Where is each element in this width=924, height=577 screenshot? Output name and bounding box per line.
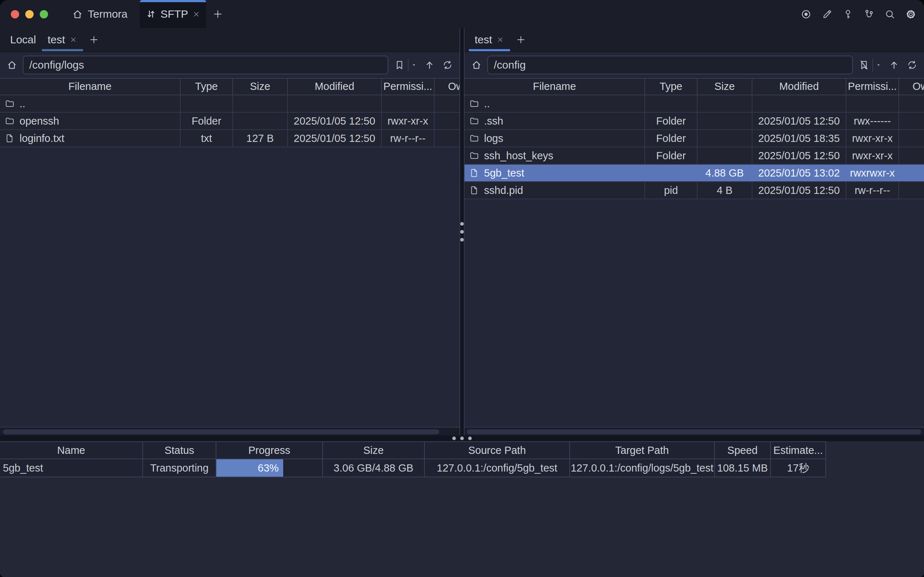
close-tab-button[interactable]: [69, 36, 77, 44]
bookmark-button[interactable]: [394, 59, 405, 71]
column-header-filename[interactable]: Filename: [0, 79, 181, 95]
remote-pane: testFilenameTypeSizeModifiedPermissi...O…: [464, 28, 924, 435]
bookmark-button[interactable]: [858, 59, 870, 71]
horizontal-scrollbar-thumb[interactable]: [467, 429, 921, 434]
horizontal-scrollbar-track[interactable]: [464, 427, 924, 435]
column-header-filename[interactable]: Filename: [464, 79, 645, 95]
horizontal-scrollbar-track[interactable]: [0, 427, 460, 435]
column-header-ow[interactable]: Ow: [435, 79, 460, 95]
column-header-ow[interactable]: Ow: [899, 79, 924, 95]
file-row[interactable]: loginfo.txttxt127 B2025/01/05 12:50rw-r-…: [0, 130, 460, 147]
column-header-size[interactable]: Size: [233, 79, 288, 95]
close-window-button[interactable]: [11, 10, 19, 18]
tab-sftp[interactable]: SFTP: [140, 0, 206, 28]
minimize-window-button[interactable]: [25, 10, 34, 18]
vertical-splitter[interactable]: [460, 28, 464, 435]
transfer-estimate-cell: 17秒: [771, 459, 826, 477]
file-name: loginfo.txt: [19, 130, 64, 147]
file-modified-cell: 2025/01/05 12:50: [288, 130, 382, 147]
folder-icon: [469, 151, 479, 161]
transfer-column-header-status[interactable]: Status: [143, 442, 216, 459]
transfer-column-header-estimate[interactable]: Estimate...: [771, 442, 826, 459]
file-row[interactable]: ..: [0, 95, 460, 113]
home-icon: [72, 9, 83, 20]
home-icon[interactable]: [6, 60, 17, 71]
progress-label: 63%: [258, 459, 279, 477]
transfer-column-header-size[interactable]: Size: [323, 442, 425, 459]
settings-button[interactable]: [905, 8, 917, 20]
keychain-icon: [863, 9, 874, 20]
column-header-modified[interactable]: Modified: [752, 79, 847, 95]
refresh-button[interactable]: [442, 60, 453, 71]
file-modified-cell: [288, 95, 382, 112]
horizontal-splitter[interactable]: [0, 435, 924, 441]
pane-tab-test[interactable]: test: [469, 28, 510, 51]
bookmark-dropdown-button[interactable]: [411, 62, 417, 68]
file-permissions-cell: rwxr-xr-x: [847, 147, 899, 164]
column-header-permissi[interactable]: Permissi...: [847, 79, 899, 95]
refresh-button[interactable]: [907, 60, 918, 71]
column-header-type[interactable]: Type: [181, 79, 233, 95]
path-input[interactable]: [487, 56, 853, 74]
record-button[interactable]: [800, 8, 812, 20]
path-input[interactable]: [23, 56, 388, 74]
zoom-window-button[interactable]: [40, 10, 48, 18]
sftp-workspace: LocaltestFilenameTypeSizeModifiedPermiss…: [0, 28, 924, 435]
search-button[interactable]: [884, 8, 896, 20]
pane-tab-test[interactable]: test: [42, 28, 83, 51]
transfer-target-cell: 127.0.0.1:/config/logs/5gb_test: [570, 459, 715, 477]
search-icon: [884, 9, 895, 20]
transfer-column-header-targetpath[interactable]: Target Path: [570, 442, 715, 459]
file-size-cell: [233, 95, 288, 112]
parent-directory-button[interactable]: [424, 60, 435, 71]
file-row[interactable]: .sshFolder2025/01/05 12:50rwx------: [464, 113, 924, 130]
bookmark-dropdown-button[interactable]: [876, 62, 881, 68]
parent-directory-button[interactable]: [889, 60, 900, 71]
tab-termora-home[interactable]: Termora: [68, 0, 131, 28]
file-type-cell: Folder: [181, 113, 233, 129]
file-row[interactable]: sshd.pidpid4 B2025/01/05 12:50rw-r--r--: [464, 182, 924, 199]
new-pane-tab-button[interactable]: [510, 28, 532, 51]
transfer-table-header: NameStatusProgressSizeSource PathTarget …: [0, 441, 826, 459]
column-header-size[interactable]: Size: [698, 79, 752, 95]
transfer-panel: NameStatusProgressSizeSource PathTarget …: [0, 441, 924, 577]
close-tab-button[interactable]: [496, 36, 504, 44]
file-type-cell: Folder: [645, 130, 698, 147]
column-header-permissi[interactable]: Permissi...: [382, 79, 435, 95]
refresh-icon: [907, 60, 918, 71]
horizontal-scrollbar-thumb[interactable]: [3, 429, 439, 434]
file-row[interactable]: ssh_host_keysFolder2025/01/05 12:50rwxr-…: [464, 147, 924, 164]
transfer-column-header-sourcepath[interactable]: Source Path: [425, 442, 570, 459]
transfer-table: NameStatusProgressSizeSource PathTarget …: [0, 441, 826, 477]
file-name: ..: [484, 95, 490, 112]
edit-button[interactable]: [821, 8, 833, 20]
transfer-column-header-progress[interactable]: Progress: [216, 442, 323, 459]
file-size-cell: 127 B: [233, 130, 288, 147]
pane-tab-local[interactable]: Local: [4, 28, 42, 51]
plus-icon: [213, 9, 223, 19]
refresh-icon: [442, 60, 453, 71]
new-pane-tab-button[interactable]: [83, 28, 105, 51]
file-table-clip: FilenameTypeSizeModifiedPermissi...Ow...…: [464, 78, 924, 427]
transfer-column-header-speed[interactable]: Speed: [715, 442, 771, 459]
file-row[interactable]: logsFolder2025/01/05 18:35rwxr-xr-x: [464, 130, 924, 147]
column-header-modified[interactable]: Modified: [288, 79, 382, 95]
file-row[interactable]: ..: [464, 95, 924, 113]
splitter-grip-icon: [460, 222, 464, 242]
file-row[interactable]: opensshFolder2025/01/05 12:50rwxr-xr-x: [0, 113, 460, 130]
new-window-tab-button[interactable]: [206, 0, 229, 28]
caret-down-icon: [876, 62, 881, 68]
key-button[interactable]: [842, 8, 854, 20]
keychain-button[interactable]: [863, 8, 875, 20]
transfer-column-header-name[interactable]: Name: [0, 442, 143, 459]
close-tab-button[interactable]: [192, 10, 200, 18]
titlebar-actions: [800, 0, 924, 28]
path-bar: [0, 52, 460, 78]
column-header-type[interactable]: Type: [645, 79, 698, 95]
file-row[interactable]: 5gb_test4.88 GB2025/01/05 13:02rwxrwxr-x: [464, 164, 924, 182]
home-icon[interactable]: [471, 60, 482, 71]
file-owner-cell: [435, 113, 460, 129]
file-table: FilenameTypeSizeModifiedPermissi...Ow...…: [464, 78, 924, 199]
settings-icon: [905, 9, 916, 20]
transfer-row[interactable]: 5gb_testTransporting63%3.06 GB/4.88 GB12…: [0, 459, 826, 477]
